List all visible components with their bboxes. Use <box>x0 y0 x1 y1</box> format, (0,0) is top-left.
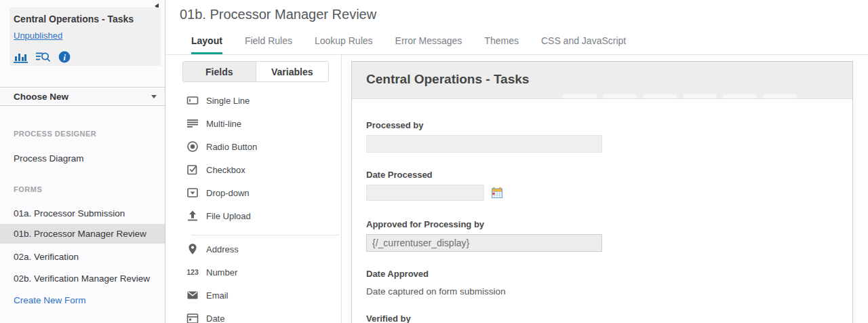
palette-item-address[interactable]: Address <box>166 238 341 261</box>
field-label: Date Processed <box>366 170 503 180</box>
tab-layout[interactable]: Layout <box>191 35 222 54</box>
email-icon <box>186 289 199 301</box>
tab-error-messages[interactable]: Error Messages <box>395 35 462 54</box>
date-processed-input[interactable] <box>366 185 484 201</box>
date-icon <box>186 312 199 323</box>
palette-item-single-line[interactable]: Single Line <box>166 89 341 112</box>
address-pin-icon <box>186 243 199 255</box>
palette-divider <box>191 235 339 235</box>
create-new-form-link[interactable]: Create New Form <box>0 290 165 310</box>
checkbox-icon <box>186 164 199 176</box>
drop-down-icon <box>186 187 199 199</box>
processed-by-input[interactable] <box>366 135 602 153</box>
app-summary-card: Central Operations - Tasks Unpublished <box>9 7 161 66</box>
form-field-date-processed[interactable]: Date Processed <box>366 170 503 201</box>
single-line-icon <box>186 94 199 107</box>
multi-line-icon <box>186 117 199 130</box>
palette-tab-fields[interactable]: Fields <box>183 62 256 81</box>
approved-by-input[interactable] <box>366 234 602 252</box>
field-label: Date Approved <box>366 269 506 279</box>
svg-text:i: i <box>63 52 66 62</box>
field-label: Approved for Processing by <box>366 219 602 229</box>
svg-text:123: 123 <box>186 268 199 276</box>
bar-chart-icon[interactable] <box>14 50 28 63</box>
choose-new-dropdown[interactable]: Choose New <box>0 87 165 106</box>
form-editor-header: 01b. Processor Manager Review Layout Fie… <box>166 0 868 55</box>
header-nub <box>643 94 677 98</box>
palette-item-date[interactable]: Date <box>166 307 341 323</box>
app-title: Central Operations - Tasks <box>14 14 161 24</box>
unpublished-link[interactable]: Unpublished <box>14 31 62 41</box>
main-area: 01b. Processor Manager Review Layout Fie… <box>166 0 868 323</box>
editor-tabbar: Layout Field Rules Lookup Rules Error Me… <box>191 35 626 54</box>
form-field-processed-by[interactable]: Processed by <box>366 120 602 153</box>
palette-item-drop-down[interactable]: Drop-down <box>166 181 341 204</box>
tab-field-rules[interactable]: Field Rules <box>245 35 292 54</box>
calendar-picker-icon[interactable] <box>491 187 503 199</box>
form-canvas: Central Operations - Tasks Processed by … <box>342 55 868 323</box>
file-upload-icon <box>186 210 199 222</box>
tab-themes[interactable]: Themes <box>484 35 519 54</box>
form-preview-panel: Central Operations - Tasks Processed by … <box>351 61 853 323</box>
field-label: Processed by <box>366 120 602 130</box>
sidebar-item-process-diagram[interactable]: Process Diagram <box>0 149 165 168</box>
info-icon[interactable]: i <box>58 51 71 63</box>
header-nub <box>683 94 717 98</box>
form-field-verified-by[interactable]: Verified by <box>366 314 411 323</box>
tab-css-javascript[interactable]: CSS and JavaScript <box>541 35 626 54</box>
palette-tab-variables[interactable]: Variables <box>256 62 329 81</box>
choose-new-label: Choose New <box>14 92 151 102</box>
header-nub <box>723 94 757 98</box>
number-123-icon: 123 <box>186 266 199 278</box>
palette-item-email[interactable]: Email <box>166 284 341 307</box>
header-nub <box>563 94 597 98</box>
palette-mode-switch: Fields Variables <box>182 61 329 82</box>
palette-item-file-upload[interactable]: File Upload <box>166 204 341 227</box>
form-field-date-approved[interactable]: Date Approved Date captured on form subm… <box>366 269 506 297</box>
tab-lookup-rules[interactable]: Lookup Rules <box>315 35 373 54</box>
header-nub <box>603 94 637 98</box>
sidebar-item-form-01b[interactable]: 01b. Processor Manager Review <box>0 224 165 244</box>
section-heading-forms: FORMS <box>14 185 42 193</box>
sidebar-item-form-01a[interactable]: 01a. Processor Submission <box>0 204 165 223</box>
page-title: 01b. Processor Manager Review <box>180 7 376 22</box>
form-title: Central Operations - Tasks <box>366 72 529 87</box>
palette-item-number[interactable]: 123 Number <box>166 261 341 284</box>
field-palette: Fields Variables Single Line <box>166 55 342 323</box>
form-header[interactable]: Central Operations - Tasks <box>352 62 852 99</box>
palette-item-radio-button[interactable]: Radio Button <box>166 135 341 158</box>
chevron-down-icon <box>151 95 157 98</box>
field-note: Date captured on form submission <box>366 286 506 297</box>
palette-item-multi-line[interactable]: Multi-line <box>166 112 341 135</box>
header-nub <box>763 94 797 98</box>
sidebar-item-form-02a[interactable]: 02a. Verification <box>0 247 165 267</box>
palette-item-checkbox[interactable]: Checkbox <box>166 158 341 181</box>
form-field-approved-by[interactable]: Approved for Processing by <box>366 219 602 252</box>
field-label: Verified by <box>366 314 411 323</box>
sidebar-item-form-02b[interactable]: 02b. Verification Manager Review <box>0 269 165 288</box>
app-sidebar: Central Operations - Tasks Unpublished <box>0 0 165 323</box>
radio-button-icon <box>186 140 199 153</box>
section-heading-process-designer: PROCESS DESIGNER <box>14 130 96 138</box>
search-list-icon[interactable] <box>35 50 51 63</box>
